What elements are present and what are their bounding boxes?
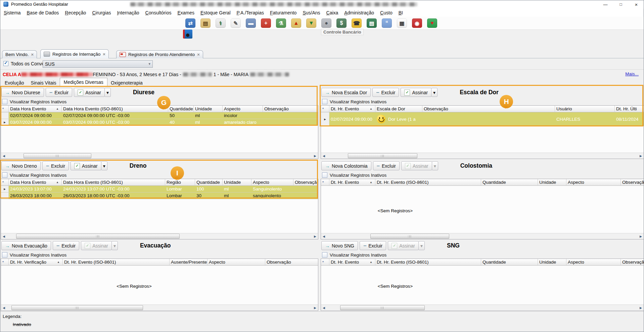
subtab-sinais-vitais[interactable]: Sinais Vitais <box>28 79 60 87</box>
chat-icon[interactable]: “ <box>382 18 392 28</box>
table-cell[interactable]: 26/03/2023 18:00:00 UTC -03:00 <box>62 192 165 199</box>
more-link[interactable]: Mais... <box>625 71 639 76</box>
tab-registros-de-interna-o[interactable]: Registros de Internação× <box>40 49 109 58</box>
scrollbar-track[interactable] <box>7 305 312 311</box>
table-cell[interactable]: ml <box>194 112 223 119</box>
menu-item-4[interactable]: Cirurgias <box>89 9 114 16</box>
column-header[interactable]: Observação <box>621 259 644 266</box>
show-inactive-checkbox[interactable] <box>322 252 327 258</box>
table-cell[interactable]: 24/03/2023 13:07:00 <box>9 186 62 192</box>
finance-down-icon[interactable]: ▼ <box>306 18 316 28</box>
sign-dreno-button[interactable]: ✓Assinar <box>71 161 101 170</box>
table-cell[interactable]: 50 <box>168 112 194 119</box>
menu-item-11[interactable]: Sus/Ans <box>300 9 323 16</box>
scroll-right-icon[interactable]: ▶ <box>638 233 644 239</box>
table-cell[interactable]: Dor Leve (1 a <box>375 112 422 126</box>
column-header[interactable]: Unidade <box>194 106 223 112</box>
row-selector[interactable] <box>1 112 9 119</box>
table-cell[interactable]: 02/07/2024 09:00:00 <box>329 112 375 126</box>
scrollbar-track[interactable] <box>327 305 638 311</box>
column-header[interactable]: Dt. Hr. Evento (ISO-8601) <box>63 259 170 266</box>
column-header[interactable]: Dt. Hr. Evento (ISO-8601) <box>375 259 481 266</box>
table-row[interactable]: 26/03/2023 18:00:0026/03/2023 18:00:00 U… <box>1 192 318 199</box>
sign-dropdown-button[interactable]: ▾ <box>418 241 425 250</box>
menu-item-14[interactable]: Custo <box>377 9 396 16</box>
horizontal-scrollbar[interactable]: ◀▶ <box>1 233 318 239</box>
scrollbar-thumb[interactable] <box>370 234 449 239</box>
close-icon[interactable]: × <box>31 52 34 57</box>
horizontal-scrollbar[interactable]: ◀▶ <box>1 153 318 159</box>
menu-item-1[interactable]: Sistema <box>1 9 24 16</box>
table-cell[interactable]: 08/11/2024 <box>615 112 644 126</box>
bank-safe-icon[interactable]: ● <box>321 18 331 28</box>
column-header[interactable]: Usuário <box>555 106 615 112</box>
scroll-left-icon[interactable]: ◀ <box>321 153 327 159</box>
table-cell[interactable]: Lombar <box>165 192 195 199</box>
table-cell[interactable]: Lombar <box>165 186 195 192</box>
column-header[interactable]: Unidade <box>223 179 251 186</box>
table-row[interactable]: ▸24/03/2023 13:07:0024/03/2023 13:07:00 … <box>1 186 318 192</box>
scroll-right-icon[interactable]: ▶ <box>638 305 644 311</box>
scroll-left-icon[interactable]: ◀ <box>321 305 327 311</box>
menu-item-2[interactable]: Base de Dados <box>24 9 62 16</box>
column-header[interactable]: Aspecto <box>566 259 621 266</box>
doctor-icon[interactable]: ⚕ <box>216 18 226 28</box>
horizontal-scrollbar[interactable]: ◀▶ <box>321 233 644 239</box>
table-cell[interactable] <box>263 112 318 119</box>
scrollbar-thumb[interactable] <box>24 153 91 158</box>
scrollbar-thumb[interactable] <box>11 305 143 310</box>
column-header[interactable]: Observação <box>263 106 318 112</box>
table-cell[interactable] <box>293 186 318 192</box>
column-header[interactable]: Quantidade <box>195 179 223 186</box>
table-cell[interactable]: ml <box>223 192 251 199</box>
menu-item-8[interactable]: Estoque Geral <box>197 9 234 16</box>
maximize-button[interactable]: □ <box>613 0 629 9</box>
document-library-icon[interactable]: ▤ <box>367 18 377 28</box>
vitals-book-icon[interactable]: ♥ <box>427 18 437 28</box>
sign-sng-button[interactable]: ✓Assinar <box>388 241 419 250</box>
new-sng-button[interactable]: →Novo SNG <box>321 241 358 250</box>
table-cell[interactable]: 03/07/2024 09:00:00 <box>9 119 62 125</box>
column-header[interactable]: Unidade <box>538 259 566 266</box>
menu-item-7[interactable]: Exames <box>174 9 197 16</box>
table-cell[interactable]: sanguinolento <box>251 192 293 199</box>
table-cell[interactable]: ml <box>223 186 251 192</box>
new-escala-button[interactable]: →Nova Escala Dor <box>321 88 371 97</box>
new-dreno-button[interactable]: →Novo Dreno <box>1 161 41 170</box>
show-inactive-checkbox[interactable] <box>2 99 7 104</box>
table-cell[interactable] <box>422 112 555 126</box>
sign-colostomia-button[interactable]: ✓Assinar <box>401 161 432 170</box>
table-cell[interactable]: 02/07/2024 09:00:00 UTC -03:00 <box>62 112 168 119</box>
billing-calculator-icon[interactable]: $ <box>336 18 347 28</box>
column-header[interactable]: Região <box>165 179 195 186</box>
patients-sync-icon[interactable]: ⇄ <box>185 18 195 28</box>
table-cell[interactable]: 26/03/2023 18:00:00 <box>9 192 62 199</box>
column-header[interactable]: Dt. Hr. Evento▲ <box>329 259 375 266</box>
table-cell[interactable]: 40 <box>168 119 194 125</box>
table-cell[interactable]: incolor <box>223 112 263 119</box>
menu-item-13[interactable]: Administração <box>341 9 377 16</box>
table-cell[interactable]: amarelado claro <box>223 119 263 125</box>
column-header[interactable]: Data Hora Evento▲ <box>9 106 62 112</box>
scroll-left-icon[interactable]: ◀ <box>1 233 7 239</box>
show-inactive-checkbox[interactable] <box>2 252 7 258</box>
scroll-left-icon[interactable]: ◀ <box>321 233 327 239</box>
horizontal-scrollbar[interactable]: ◀▶ <box>321 153 644 159</box>
column-header[interactable]: Data Hora Evento▲ <box>9 179 62 186</box>
show-inactive-checkbox[interactable] <box>2 172 7 178</box>
table-cell[interactable]: 03/07/2024 09:00:00 UTC -03:00 <box>62 119 168 125</box>
ambulance-icon[interactable]: + <box>261 18 271 28</box>
subtab-medi-es-diversas[interactable]: Medições Diversas <box>60 78 107 87</box>
table-row[interactable]: 02/07/2024 09:00:0002/07/2024 09:00:00 U… <box>1 112 318 119</box>
new-colostomia-button[interactable]: →Nova Colostomia <box>321 161 371 170</box>
scroll-right-icon[interactable]: ▶ <box>312 153 318 159</box>
table-cell[interactable]: 100 <box>195 186 223 192</box>
scrollbar-thumb[interactable] <box>16 234 180 239</box>
finance-up-icon[interactable]: ▲ <box>291 18 301 28</box>
row-selector[interactable]: ▸ <box>321 112 329 126</box>
column-header[interactable]: Ausente/Presente <box>170 259 208 266</box>
column-header[interactable]: Dt. Hr. Últi <box>615 106 644 112</box>
table-row[interactable]: ▸03/07/2024 09:00:0003/07/2024 09:00:00 … <box>1 119 318 126</box>
pharmacy-icon[interactable]: ⚗ <box>276 18 286 28</box>
scroll-right-icon[interactable]: ▶ <box>312 233 318 239</box>
